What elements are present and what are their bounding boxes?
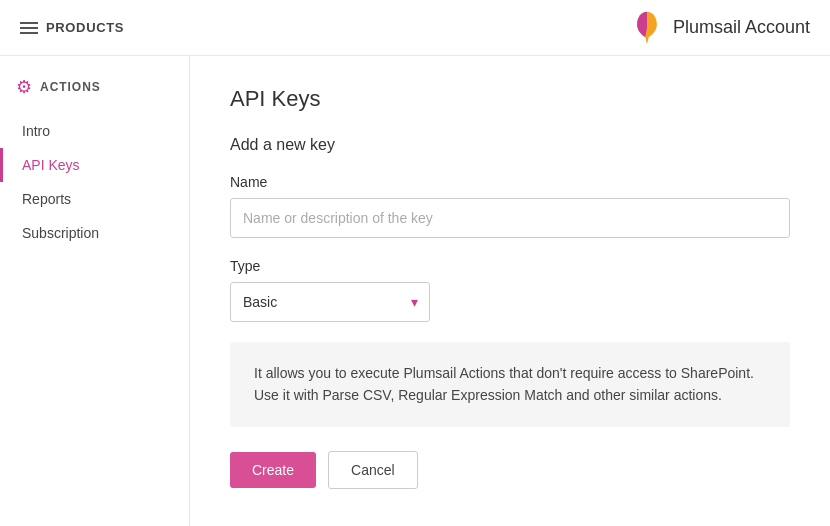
cancel-button[interactable]: Cancel bbox=[328, 451, 418, 489]
name-label: Name bbox=[230, 174, 790, 190]
sidebar: ⚙ ACTIONS Intro API Keys Reports Subscri… bbox=[0, 56, 190, 526]
products-label: PRODUCTS bbox=[46, 20, 124, 35]
sidebar-section-header: ⚙ ACTIONS bbox=[0, 76, 189, 114]
create-button[interactable]: Create bbox=[230, 452, 316, 488]
type-select[interactable]: Basic SharePoint bbox=[230, 282, 430, 322]
type-field-group: Type Basic SharePoint ▾ bbox=[230, 258, 790, 322]
name-field-group: Name bbox=[230, 174, 790, 238]
brand-area: Plumsail Account bbox=[631, 10, 810, 46]
sidebar-item-reports[interactable]: Reports bbox=[0, 182, 189, 216]
brand-name: Plumsail Account bbox=[673, 17, 810, 38]
type-label: Type bbox=[230, 258, 790, 274]
sidebar-nav: Intro API Keys Reports Subscription bbox=[0, 114, 189, 250]
header: PRODUCTS Plumsail Account bbox=[0, 0, 830, 56]
info-text: It allows you to execute Plumsail Action… bbox=[254, 365, 754, 403]
gear-icon: ⚙ bbox=[16, 76, 32, 98]
main-content: API Keys Add a new key Name Type Basic S… bbox=[190, 56, 830, 526]
products-button[interactable]: PRODUCTS bbox=[20, 20, 124, 35]
hamburger-icon bbox=[20, 22, 38, 34]
sidebar-item-subscription[interactable]: Subscription bbox=[0, 216, 189, 250]
sidebar-item-api-keys[interactable]: API Keys bbox=[0, 148, 189, 182]
info-box: It allows you to execute Plumsail Action… bbox=[230, 342, 790, 427]
sidebar-section-label: ACTIONS bbox=[40, 80, 101, 94]
section-title: Add a new key bbox=[230, 136, 790, 154]
layout: ⚙ ACTIONS Intro API Keys Reports Subscri… bbox=[0, 56, 830, 526]
name-input[interactable] bbox=[230, 198, 790, 238]
plumsail-logo bbox=[631, 10, 663, 46]
sidebar-item-intro[interactable]: Intro bbox=[0, 114, 189, 148]
type-select-wrapper: Basic SharePoint ▾ bbox=[230, 282, 430, 322]
page-title: API Keys bbox=[230, 86, 790, 112]
button-row: Create Cancel bbox=[230, 451, 790, 489]
